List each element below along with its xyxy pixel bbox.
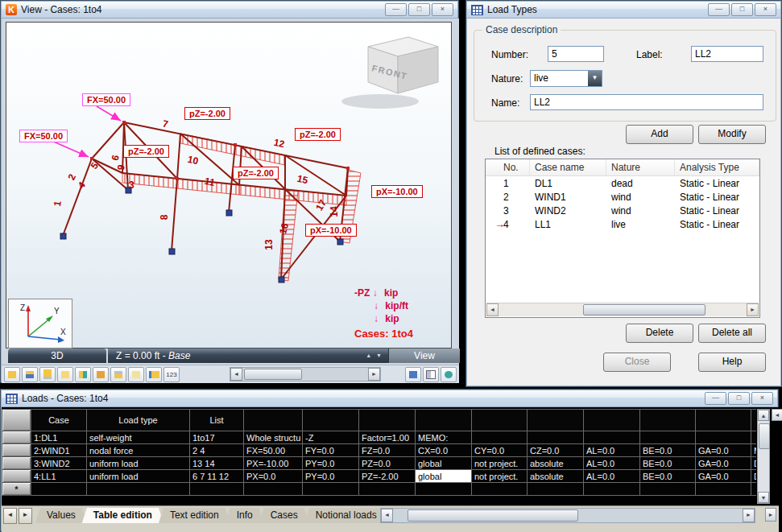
maximize-icon[interactable]: □	[728, 392, 750, 405]
close-icon[interactable]: ×	[751, 392, 773, 405]
scroll-left-icon[interactable]: ◄	[230, 368, 242, 381]
loads-cell[interactable]: PX=-10.00	[244, 457, 303, 470]
close-icon[interactable]: ×	[755, 3, 776, 16]
minimize-icon[interactable]: —	[385, 3, 407, 16]
loads-cell[interactable]: absolute	[528, 457, 584, 470]
load-types-titlebar[interactable]: Load Types — □ ×	[467, 2, 780, 19]
load-record-row[interactable]: 3:WIND2 uniform load 13 14 PX=-10.00 PY=…	[2, 457, 757, 470]
tab-scroll-right-icon[interactable]: ►	[19, 508, 32, 524]
loads-cell[interactable]: self-weight	[87, 431, 190, 444]
loads-cell[interactable]: FX=50.00	[244, 444, 303, 457]
loads-cell[interactable]: 3:WIND2	[31, 457, 87, 470]
maximize-icon[interactable]: □	[731, 3, 753, 16]
view-toolbar-icon[interactable]	[128, 367, 144, 382]
close-button[interactable]: Close	[603, 353, 671, 372]
loads-cell[interactable]	[640, 431, 696, 444]
loads-cell[interactable]: AL=0.0	[584, 444, 640, 457]
loads-cell[interactable]: 2 4	[190, 444, 244, 457]
row-header[interactable]	[2, 444, 31, 457]
new-record-row[interactable]: *	[2, 483, 757, 496]
loads-cell[interactable]: BE=0.0	[640, 470, 696, 483]
row-header[interactable]	[2, 470, 31, 483]
numeric-display-icon[interactable]: 123	[163, 367, 180, 382]
loads-cell[interactable]: 6 7 11 12	[190, 470, 244, 483]
loads-cell[interactable]: PY=0.0	[303, 457, 359, 470]
loads-cell[interactable]: 13 14	[190, 457, 244, 470]
view-pane-tab[interactable]: View	[388, 348, 460, 363]
scroll-right-icon[interactable]: ►	[747, 303, 759, 316]
delete-all-button[interactable]: Delete all	[698, 324, 766, 343]
load-record-row[interactable]: 1:DL1 self-weight 1to17 Whole structu -Z…	[2, 431, 757, 444]
loads-cell[interactable]: not project.	[472, 457, 528, 470]
loads-cell[interactable]: 1:DL1	[31, 431, 87, 444]
loads-cell[interactable]: GA=0.0	[696, 457, 751, 470]
tab-cases[interactable]: Cases	[259, 508, 309, 523]
loads-cell[interactable]	[751, 431, 757, 444]
loads-vertical-scrollbar[interactable]: ▲ ▼	[757, 409, 770, 504]
chevron-down-icon[interactable]: ▼	[588, 71, 602, 86]
label-field[interactable]	[691, 46, 763, 62]
loads-cell[interactable]: PZ=0.0	[359, 457, 416, 470]
name-field[interactable]	[530, 94, 763, 110]
cases-horizontal-scrollbar[interactable]: ◄ ►	[486, 303, 759, 316]
tab-text-edition[interactable]: Text edition	[159, 508, 230, 523]
loads-cell[interactable]: PZ=-2.00	[359, 470, 416, 483]
case-row-current[interactable]: → 4 LL1 live Static - Linear	[486, 217, 759, 231]
layout-icon[interactable]	[423, 367, 439, 382]
loads-cell[interactable]: 1to17	[190, 431, 244, 444]
tab-notional-loads[interactable]: Notional loads	[304, 508, 388, 523]
loads-cell[interactable]: D	[751, 470, 757, 483]
loads-horizontal-scrollbar[interactable]: ◄ ►	[380, 508, 755, 523]
pane-split-right-icon[interactable]: ►	[765, 508, 776, 522]
row-header[interactable]	[2, 457, 31, 470]
scroll-left-icon[interactable]: ◄	[486, 303, 499, 316]
pane-split-left-icon[interactable]: ◄	[772, 409, 782, 421]
minimize-icon[interactable]: —	[705, 392, 726, 405]
scrollbar-thumb[interactable]	[408, 509, 578, 522]
view-window-titlebar[interactable]: K View - Cases: 1to4 — □ ×	[2, 2, 457, 19]
loads-cell[interactable]: PY=0.0	[303, 470, 359, 483]
view-toolbar-icon[interactable]	[22, 367, 38, 382]
loads-cell[interactable]: absolute	[528, 470, 584, 483]
load-record-row[interactable]: 2:WIND1 nodal force 2 4 FX=50.00 FY=0.0 …	[2, 444, 757, 457]
maximize-icon[interactable]: □	[408, 3, 430, 16]
view-toolbar-icon[interactable]	[57, 367, 73, 382]
scrollbar-thumb[interactable]	[244, 369, 302, 380]
loads-cell[interactable]: CY=0.0	[472, 444, 528, 457]
loads-cell[interactable]: BE=0.0	[640, 457, 696, 470]
loads-cell[interactable]: 2:WIND1	[31, 444, 87, 457]
row-header[interactable]	[2, 431, 31, 444]
scroll-right-icon[interactable]: ►	[743, 509, 755, 522]
scrollbar-thumb[interactable]	[759, 423, 770, 449]
loads-cell[interactable]: nodal force	[87, 444, 190, 457]
loads-window-titlebar[interactable]: Loads - Cases: 1to4 — □ ×	[2, 390, 777, 407]
loads-cell[interactable]: Whole structu	[244, 431, 303, 444]
loads-cell[interactable]: D	[751, 457, 757, 470]
number-field[interactable]	[548, 46, 604, 62]
loads-cell[interactable]: MEMO:	[416, 431, 472, 444]
loads-cell[interactable]: FY=0.0	[303, 444, 359, 457]
corner-cell[interactable]	[2, 410, 31, 431]
loads-cell[interactable]	[696, 431, 751, 444]
scroll-left-icon[interactable]: ◄	[381, 509, 393, 522]
view-toolbar-icon[interactable]	[146, 367, 162, 382]
minimize-icon[interactable]: —	[708, 3, 730, 16]
tab-info[interactable]: Info	[225, 508, 264, 523]
loads-cell[interactable]	[584, 431, 640, 444]
scrollbar-thumb[interactable]	[583, 304, 705, 315]
loads-cell[interactable]: FZ=0.0	[359, 444, 416, 457]
loads-cell[interactable]: GA=0.0	[696, 444, 751, 457]
loads-cell[interactable]: 4:LL1	[31, 470, 87, 483]
case-row[interactable]: 2 WIND1 wind Static - Linear	[486, 190, 759, 204]
case-row[interactable]: 1 DL1 dead Static - Linear	[486, 176, 759, 190]
loads-cell[interactable]	[472, 431, 528, 444]
loads-cell[interactable]: M	[751, 444, 757, 457]
loads-cell[interactable]: uniform load	[87, 457, 190, 470]
nature-dropdown[interactable]: live ▼	[530, 70, 602, 87]
case-row[interactable]: 3 WIND2 wind Static - Linear	[486, 204, 759, 217]
loads-cell[interactable]: AL=0.0	[584, 457, 640, 470]
tab-table-edition[interactable]: Table edition	[82, 508, 163, 523]
help-button[interactable]: Help	[698, 353, 766, 372]
clipboard-icon[interactable]	[405, 367, 421, 382]
status-scroll-icons[interactable]: ▲ ▼	[366, 348, 383, 363]
